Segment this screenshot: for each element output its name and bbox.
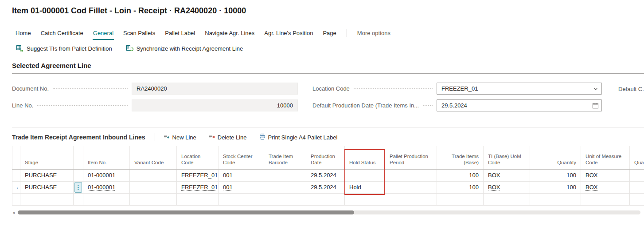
- col-location-code[interactable]: Location Code: [177, 146, 219, 169]
- horizontal-scrollbar[interactable]: ◂: [12, 210, 640, 215]
- col-variant-code[interactable]: Variant Code: [130, 146, 177, 169]
- tab-agr-lines-position[interactable]: Agr. Line's Position: [259, 29, 318, 40]
- cell-pallet-production-period[interactable]: [385, 169, 437, 181]
- cell-unit-of-measure-code[interactable]: BOX: [581, 181, 630, 193]
- row-menu-cell[interactable]: [74, 193, 83, 205]
- cell-ti-base-uom-code[interactable]: [484, 193, 530, 205]
- cell-item-no[interactable]: [83, 193, 130, 205]
- col-pallet-production-period[interactable]: Pallet Production Period: [385, 146, 437, 169]
- cell-trade-item-barcode[interactable]: [264, 169, 306, 181]
- cell-hold-status[interactable]: [345, 193, 385, 205]
- cell-stage[interactable]: PURCHASE: [20, 169, 74, 181]
- suggest-tis-button[interactable]: Suggest TIs from Pallet Definition: [16, 45, 112, 52]
- tab-navigate-agr-lines[interactable]: Navigate Agr. Lines: [200, 29, 259, 40]
- table-row-selected: → PURCHASE ⋮ 01-000001 FREEZER_01 001 29…: [12, 181, 644, 193]
- section-heading-selected-agreement-line: Selected Agreement Line: [12, 62, 644, 74]
- cell-quantity-base-truncated[interactable]: [630, 181, 644, 193]
- action-tab-bar: Home Catch Certificate General Scan Pall…: [12, 29, 644, 40]
- cell-stock-center-code[interactable]: [219, 193, 264, 205]
- new-line-button[interactable]: New Line: [164, 134, 196, 141]
- cell-stock-center-code[interactable]: 001: [219, 169, 264, 181]
- row-menu-cell[interactable]: ⋮: [74, 181, 83, 193]
- cell-stage[interactable]: [20, 193, 74, 205]
- tab-home[interactable]: Home: [12, 29, 36, 40]
- cell-production-date[interactable]: 29.5.2024: [306, 181, 345, 193]
- col-quantity-base-truncated[interactable]: Qua: [630, 146, 644, 169]
- calendar-icon[interactable]: [593, 103, 598, 108]
- delete-line-button[interactable]: Delete Line: [209, 134, 247, 141]
- scroll-left-icon[interactable]: ◂: [12, 210, 18, 215]
- tab-general[interactable]: General: [88, 29, 118, 40]
- default-production-date-inputbox: [437, 99, 602, 111]
- cell-unit-of-measure-code[interactable]: BOX: [581, 169, 630, 181]
- col-stock-center-code[interactable]: Stock Center Code: [219, 146, 264, 169]
- col-trade-item-barcode[interactable]: Trade Item Barcode: [264, 146, 306, 169]
- cell-quantity[interactable]: 100: [530, 181, 581, 193]
- cell-hold-status[interactable]: [345, 169, 385, 181]
- tab-catch-certificate[interactable]: Catch Certificate: [36, 29, 88, 40]
- cell-production-date[interactable]: 29.5.2024: [306, 169, 345, 181]
- table-header-row: Stage Item No. Variant Code Location Cod…: [12, 146, 644, 169]
- cell-pallet-production-period[interactable]: [385, 181, 437, 193]
- scrollbar-thumb[interactable]: [18, 210, 354, 214]
- col-trade-items-base[interactable]: Trade Items (Base): [437, 146, 484, 169]
- cell-variant-code[interactable]: [130, 181, 177, 193]
- action-ribbon: Suggest TIs from Pallet Definition Synch…: [16, 45, 644, 52]
- cell-quantity[interactable]: [530, 193, 581, 205]
- row-menu-cell[interactable]: [74, 169, 83, 181]
- cell-trade-item-barcode[interactable]: [264, 181, 306, 193]
- cell-item-no[interactable]: 01-000001: [83, 169, 130, 181]
- cell-pallet-production-period[interactable]: [385, 193, 437, 205]
- row-selector-cell[interactable]: [12, 169, 20, 181]
- document-no-field: Document No.: [12, 83, 298, 95]
- row-menu-icon[interactable]: ⋮: [74, 182, 82, 193]
- dotted-leader: [354, 88, 433, 89]
- cell-hold-status[interactable]: Hold: [345, 181, 385, 193]
- col-quantity[interactable]: Quantity: [530, 146, 581, 169]
- location-code-input[interactable]: [437, 83, 601, 95]
- col-hold-status[interactable]: Hold Status: [345, 146, 385, 169]
- row-selector-cell[interactable]: →: [12, 181, 20, 193]
- print-single-a4-pallet-label-button[interactable]: Print Single A4 Pallet Label: [259, 134, 338, 141]
- col-row-selector[interactable]: [12, 146, 20, 169]
- cell-item-no[interactable]: 01-000001: [83, 181, 130, 193]
- cell-stock-center-code[interactable]: 001: [219, 181, 264, 193]
- col-item-no[interactable]: Item No.: [83, 146, 130, 169]
- current-row-arrow-icon: →: [13, 184, 19, 190]
- cell-variant-code[interactable]: [130, 193, 177, 205]
- cell-ti-base-uom-code[interactable]: BOX: [484, 169, 530, 181]
- delete-line-label: Delete Line: [218, 134, 247, 141]
- row-selector-cell[interactable]: [12, 193, 20, 205]
- chevron-down-icon[interactable]: [593, 86, 598, 91]
- synchronize-button[interactable]: Synchronize with Receipt Agreement Line: [126, 45, 243, 52]
- cell-stage[interactable]: PURCHASE: [20, 181, 74, 193]
- agreement-fields-left: Document No. Line No.: [12, 83, 298, 116]
- scrollbar-track[interactable]: [18, 210, 640, 214]
- tab-scan-pallets[interactable]: Scan Pallets: [118, 29, 160, 40]
- cell-location-code[interactable]: [177, 193, 219, 205]
- cell-unit-of-measure-code[interactable]: [581, 193, 630, 205]
- cell-location-code[interactable]: FREEZER_01: [177, 181, 219, 193]
- line-no-input[interactable]: [132, 99, 297, 111]
- cell-trade-items-base[interactable]: 100: [437, 181, 484, 193]
- cell-production-date[interactable]: [306, 193, 345, 205]
- cell-trade-item-barcode[interactable]: [264, 193, 306, 205]
- default-production-date-input[interactable]: [437, 99, 601, 111]
- cell-location-code[interactable]: FREEZER_01: [177, 169, 219, 181]
- cell-quantity-base-truncated[interactable]: [630, 193, 644, 205]
- cell-variant-code[interactable]: [130, 169, 177, 181]
- cell-trade-items-base[interactable]: [437, 193, 484, 205]
- tab-page[interactable]: Page: [318, 29, 341, 40]
- col-unit-of-measure-code[interactable]: Unit of Measure Code: [581, 146, 630, 169]
- cell-ti-base-uom-code[interactable]: BOX: [484, 181, 530, 193]
- more-options-button[interactable]: More options: [352, 29, 395, 40]
- new-line-label: New Line: [172, 134, 196, 141]
- cell-quantity-base-truncated[interactable]: [630, 169, 644, 181]
- col-production-date[interactable]: Production Date: [306, 146, 345, 169]
- col-stage[interactable]: Stage: [20, 146, 74, 169]
- document-no-input[interactable]: [132, 83, 297, 95]
- col-ti-base-uom-code[interactable]: TI (Base) UoM Code: [484, 146, 530, 169]
- tab-pallet-label[interactable]: Pallet Label: [160, 29, 200, 40]
- cell-quantity[interactable]: 100: [530, 169, 581, 181]
- cell-trade-items-base[interactable]: 100: [437, 169, 484, 181]
